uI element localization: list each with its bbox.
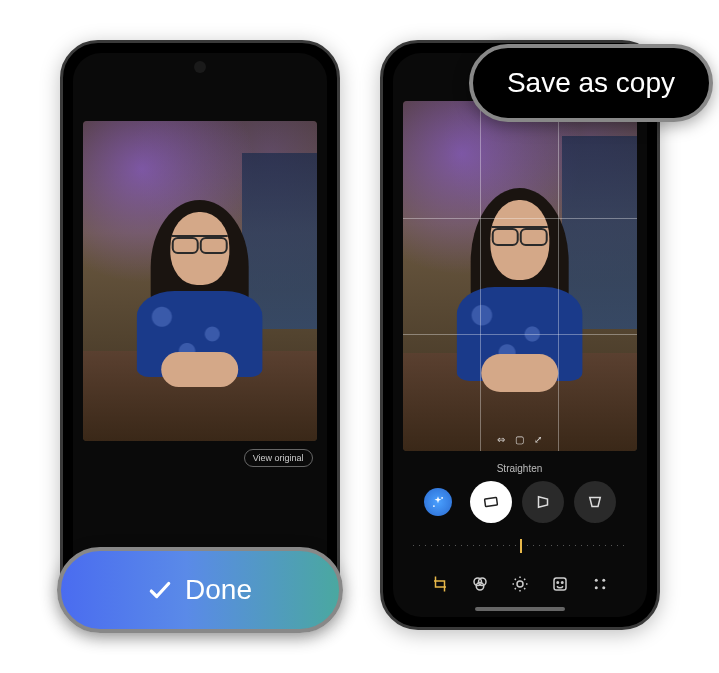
front-camera-hole [194, 61, 206, 73]
phone-left-screen: View original [73, 53, 327, 617]
phone-right-screen: ⇔▢⤢ Straighten [393, 53, 647, 617]
svg-point-13 [602, 586, 605, 589]
straighten-slider[interactable] [413, 533, 627, 557]
svg-point-10 [594, 579, 597, 582]
done-button[interactable]: Done [57, 547, 343, 633]
svg-point-0 [441, 497, 443, 499]
auto-enhance-button[interactable] [424, 488, 452, 516]
crop-tool-row [393, 481, 647, 523]
svg-point-11 [602, 579, 605, 582]
straighten-tool-button[interactable] [470, 481, 512, 523]
check-icon [147, 577, 173, 603]
save-as-copy-button[interactable]: Save as copy [469, 44, 713, 122]
nav-filters-icon[interactable] [471, 575, 489, 593]
svg-point-1 [433, 505, 435, 507]
svg-point-8 [557, 582, 559, 584]
phone-right: ⇔▢⤢ Straighten [380, 40, 660, 630]
svg-point-12 [594, 586, 597, 589]
crop-photo-canvas[interactable]: ⇔▢⤢ [403, 101, 637, 451]
gesture-home-bar[interactable] [475, 607, 565, 611]
nav-more-icon[interactable] [591, 575, 609, 593]
nav-markup-icon[interactable] [551, 575, 569, 593]
phone-left: View original Done [60, 40, 340, 630]
nav-adjust-icon[interactable] [511, 575, 529, 593]
svg-point-9 [561, 582, 563, 584]
crop-aspect-handles[interactable]: ⇔▢⤢ [497, 434, 542, 445]
tool-label-straighten: Straighten [393, 463, 647, 474]
vertical-perspective-button[interactable] [574, 481, 616, 523]
nav-crop-icon[interactable] [431, 575, 449, 593]
svg-rect-2 [484, 497, 497, 506]
svg-point-6 [517, 581, 523, 587]
save-as-copy-label: Save as copy [507, 67, 675, 99]
done-button-label: Done [185, 574, 252, 606]
editor-bottom-nav [393, 575, 647, 593]
horizontal-perspective-button[interactable] [522, 481, 564, 523]
edited-photo-preview [83, 121, 317, 441]
view-original-button[interactable]: View original [244, 449, 313, 467]
svg-point-5 [476, 583, 484, 591]
